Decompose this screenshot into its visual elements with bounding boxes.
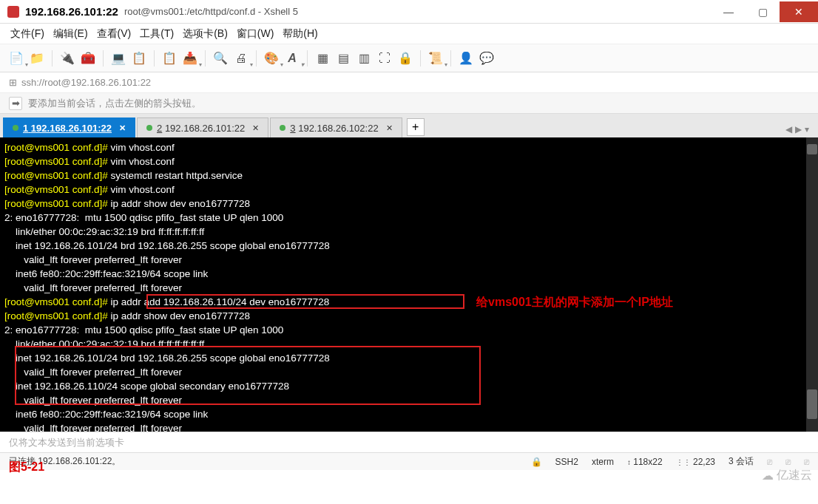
- title-bar: 192.168.26.101:22 root@vms001:/etc/httpd…: [0, 0, 818, 24]
- close-button[interactable]: ✕: [780, 1, 818, 22]
- status-lock-icon: 🔒: [531, 457, 542, 467]
- menu-file[interactable]: 文件(F): [10, 27, 44, 41]
- properties-icon[interactable]: 💻: [109, 50, 127, 67]
- cloud-icon: ☁: [762, 469, 774, 483]
- reconnect-icon[interactable]: 🔌: [58, 50, 76, 67]
- layout2-icon[interactable]: ▤: [334, 50, 352, 67]
- status-dot-icon: [13, 125, 18, 131]
- color-icon[interactable]: 🎨▾: [263, 50, 280, 67]
- caps-icon: ⎚: [767, 457, 772, 467]
- num-icon: ⎚: [785, 457, 791, 467]
- tab-scroll-right-icon[interactable]: ▶: [795, 124, 802, 134]
- send-placeholder: 仅将文本发送到当前选项卡: [9, 436, 124, 449]
- menu-view[interactable]: 查看(V): [97, 27, 132, 41]
- status-pos: ⋮⋮ 22,23: [676, 457, 715, 467]
- status-dot-icon: [280, 125, 285, 131]
- status-dot-icon: [146, 125, 152, 131]
- minimize-button[interactable]: —: [711, 1, 746, 22]
- terminal[interactable]: [root@vms001 conf.d]# vim vhost.conf[roo…: [0, 137, 818, 432]
- session-tab-3[interactable]: 3 192.168.26.102:22 ✕: [270, 118, 402, 137]
- watermark: ☁ 亿速云: [762, 468, 812, 483]
- status-bar: 已连接 192.168.26.101:22。 🔒 SSH2 xterm ↕ 11…: [0, 452, 818, 470]
- new-session-icon[interactable]: 📄▾: [7, 50, 25, 67]
- status-sessions: 3 会话: [729, 455, 754, 468]
- menu-edit[interactable]: 编辑(E): [53, 27, 88, 41]
- new-tab-button[interactable]: +: [407, 118, 425, 136]
- status-term: xterm: [592, 457, 614, 467]
- script-icon[interactable]: 📜▾: [427, 50, 445, 67]
- copy-icon[interactable]: 📋: [160, 50, 178, 67]
- user-icon[interactable]: 👤: [457, 50, 475, 67]
- app-icon: [7, 6, 19, 18]
- paste-icon[interactable]: 📥▾: [181, 50, 199, 67]
- disconnect-icon[interactable]: 🧰: [79, 50, 97, 67]
- terminal-scrollbar[interactable]: [806, 137, 818, 432]
- annotation-text: 给vms001主机的网卡添加一个IP地址: [476, 295, 673, 309]
- hint-text: 要添加当前会话，点击左侧的箭头按钮。: [28, 97, 201, 110]
- menu-help[interactable]: 帮助(H): [283, 27, 317, 41]
- menu-bar: 文件(F) 编辑(E) 查看(V) 工具(T) 选项卡(B) 窗口(W) 帮助(…: [0, 24, 818, 44]
- tab-list-icon[interactable]: ▾: [805, 124, 809, 134]
- quick-icon[interactable]: 📋: [130, 50, 148, 67]
- open-icon[interactable]: 📁: [28, 50, 46, 67]
- address-bar: ⊞ ssh://root@192.168.26.101:22: [0, 72, 818, 93]
- session-tab-2[interactable]: 2 192.168.26.101:22 ✕: [137, 118, 268, 137]
- tab-close-icon[interactable]: ✕: [119, 123, 126, 133]
- menu-tab[interactable]: 选项卡(B): [183, 27, 228, 41]
- menu-tools[interactable]: 工具(T): [140, 27, 174, 41]
- lock-icon[interactable]: 🔒: [396, 50, 414, 67]
- hint-arrow-button[interactable]: ➡: [9, 97, 22, 110]
- toolbar: 📄▾ 📁 🔌 🧰 💻 📋 📋 📥▾ 🔍 🖨▾ 🎨▾ A▾ ▦ ▤ ▥ ⛶ 🔒 📜…: [0, 44, 818, 72]
- tab-scroll-left-icon[interactable]: ◀: [785, 124, 792, 134]
- tab-strip: 1 192.168.26.101:22 ✕ 2 192.168.26.101:2…: [0, 114, 818, 137]
- find-icon[interactable]: 🔍: [212, 50, 229, 67]
- addr-prefix-icon: ⊞: [9, 77, 17, 88]
- window-title: 192.168.26.101:22: [25, 5, 118, 18]
- status-ssh: SSH2: [555, 457, 578, 467]
- maximize-button[interactable]: ▢: [746, 1, 780, 22]
- hint-bar: ➡ 要添加当前会话，点击左侧的箭头按钮。: [0, 93, 818, 114]
- chat-icon[interactable]: 💬: [478, 50, 496, 67]
- window-subtitle: root@vms001:/etc/httpd/conf.d - Xshell 5: [124, 6, 298, 17]
- send-bar[interactable]: 仅将文本发送到当前选项卡 图5-21: [0, 432, 818, 452]
- print-icon[interactable]: 🖨▾: [232, 50, 250, 67]
- layout3-icon[interactable]: ▥: [355, 50, 373, 67]
- menu-window[interactable]: 窗口(W): [237, 27, 274, 41]
- fullscreen-icon[interactable]: ⛶: [376, 50, 393, 67]
- layout1-icon[interactable]: ▦: [314, 50, 331, 67]
- scroll-icon: ⎚: [804, 457, 809, 467]
- address-text[interactable]: ssh://root@192.168.26.101:22: [21, 77, 151, 88]
- tab-close-icon[interactable]: ✕: [252, 123, 259, 133]
- figure-label: 图5-21: [9, 460, 44, 475]
- tab-close-icon[interactable]: ✕: [386, 123, 393, 133]
- status-size: ↕ 118x22: [627, 457, 663, 467]
- font-icon[interactable]: A▾: [283, 50, 301, 67]
- session-tab-1[interactable]: 1 192.168.26.101:22 ✕: [3, 118, 135, 137]
